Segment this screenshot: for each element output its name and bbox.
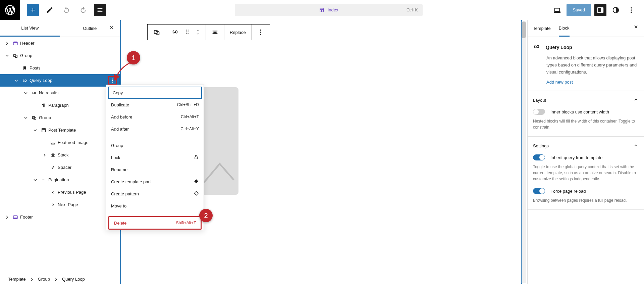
move-arrows[interactable] [196,29,200,36]
tree-row[interactable]: Group [0,49,120,62]
tree-row[interactable]: No results [0,87,120,99]
menu-item[interactable]: Rename [106,163,204,176]
breadcrumb-item[interactable]: Template [8,277,26,282]
tree-label: Paragraph [48,103,69,108]
toggle-help: Toggle to use the global query context t… [533,164,639,182]
section-title: Layout [533,98,546,103]
tree-label: Post Template [48,128,76,133]
menu-label: Add after [111,127,129,132]
block-tree: HeaderGroupPostsQuery LoopNo resultsPara… [0,37,120,284]
collapse-icon[interactable] [633,97,639,103]
add-new-post-link[interactable]: Add new post [546,80,573,85]
content-width-toggle[interactable] [533,109,545,115]
menu-label: Move to [111,203,126,208]
stack-icon [48,152,58,158]
tree-row[interactable]: Posts [0,62,120,74]
expand-icon[interactable] [22,115,30,121]
force-reload-toggle[interactable] [533,188,545,194]
menu-item[interactable]: Lock [106,151,204,163]
styles-button[interactable] [610,4,622,16]
drag-handle[interactable] [183,28,191,37]
section-title: Settings [533,143,549,148]
tree-row[interactable]: Stack [0,149,120,161]
inherit-query-toggle[interactable] [533,154,545,160]
toggle-help: Nested blocks will fill the width of thi… [533,118,639,130]
settings-sidebar-toggle[interactable] [594,4,606,16]
menu-label: Delete [114,221,127,226]
undo-button[interactable] [60,4,72,16]
tab-list-view[interactable]: List View [0,20,60,37]
topbar: Index Ctrl+K Saved [0,0,644,20]
list-view-panel: List View Outline HeaderGroupPostsQuery … [0,20,120,284]
menu-item[interactable]: DuplicateCtrl+Shift+D [106,99,204,111]
edit-button[interactable] [44,4,56,16]
menu-shortcut: Shift+Alt+Z [176,221,196,225]
menu-item[interactable]: Group [106,139,204,151]
save-button[interactable]: Saved [567,4,591,16]
menu-label: Group [111,143,123,148]
close-settings-button[interactable] [633,24,639,31]
diamond-icon [194,191,199,197]
view-button[interactable] [551,4,563,16]
menu-label: Duplicate [111,102,129,107]
wordpress-logo[interactable] [0,0,20,20]
tab-template[interactable]: Template [533,20,551,37]
expand-icon[interactable] [3,53,11,58]
options-button[interactable] [625,4,637,16]
group-icon [30,115,39,121]
document-title: Index [328,7,338,12]
loop-icon[interactable] [171,28,179,37]
shortcut-label: Ctrl+K [407,8,418,12]
replace-button[interactable]: Replace [224,25,252,40]
menu-label: Create pattern [111,191,139,196]
tree-row[interactable]: Group [0,111,120,124]
menu-item[interactable]: Copy [108,87,202,99]
tree-row[interactable]: Next Page [0,198,120,211]
listview-toggle[interactable] [94,4,106,16]
tree-row[interactable]: Footer [0,211,120,223]
expand-icon[interactable] [41,152,48,158]
collapse-icon[interactable] [633,143,639,149]
tree-row[interactable]: Featured Image [0,136,120,149]
image-icon [48,140,58,145]
tree-label: Posts [30,65,41,70]
expand-icon[interactable] [3,215,11,220]
add-block-button[interactable] [27,4,39,16]
annotation-arrow [114,60,134,81]
breadcrumb-item[interactable]: Group [38,277,50,282]
menu-item[interactable]: Move to [106,200,204,212]
tree-row[interactable]: Query Loop [0,74,120,87]
header-icon [11,41,20,46]
tree-row[interactable]: Previous Page [0,186,120,198]
breadcrumb-item[interactable]: Query Loop [62,277,85,282]
menu-item[interactable]: Add afterCtrl+Alt+Y [106,123,204,135]
context-menu-scroll[interactable]: CopyDuplicateCtrl+Shift+DAdd beforeCtrl+… [106,85,204,230]
document-title-button[interactable]: Index Ctrl+K [235,4,423,16]
next-icon [48,202,58,207]
expand-icon[interactable] [32,128,39,133]
block-options-button[interactable] [252,25,270,40]
expand-icon[interactable] [13,78,20,83]
menu-item[interactable]: DeleteShift+Alt+Z [108,216,202,230]
tree-row[interactable]: Spacer [0,161,120,174]
tree-row[interactable]: Paragraph [0,99,120,111]
menu-label: Create template part [111,179,151,184]
menu-label: Lock [111,155,120,160]
redo-button[interactable] [77,4,89,16]
tree-row[interactable]: Header [0,37,120,49]
expand-icon[interactable] [3,41,11,46]
tree-row[interactable]: Post Template [0,124,120,136]
close-panel-button[interactable] [109,25,114,31]
block-name: Query Loop [546,45,572,50]
tab-block[interactable]: Block [559,20,570,37]
block-type-button[interactable] [148,25,166,40]
menu-item[interactable]: Create pattern [106,188,204,200]
menu-item[interactable]: Add beforeCtrl+Alt+T [106,111,204,123]
menu-item[interactable]: Create template part [106,176,204,188]
align-button[interactable] [206,25,224,40]
tree-label: Stack [58,152,69,157]
expand-icon[interactable] [22,90,30,96]
canvas-scrollbar[interactable] [522,21,526,283]
expand-icon[interactable] [32,177,39,183]
tree-row[interactable]: Pagination [0,174,120,186]
